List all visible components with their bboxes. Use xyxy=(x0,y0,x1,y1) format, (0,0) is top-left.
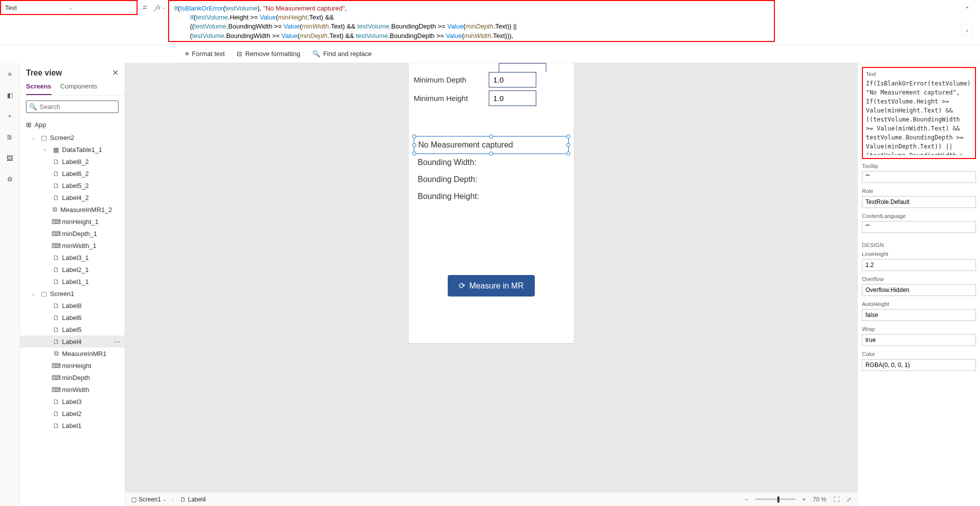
result-label[interactable]: No Measurement captured xyxy=(414,136,569,154)
prop-autoheight-label: AutoHeight xyxy=(862,301,976,307)
tree-node-Label8[interactable]: 🗋Label8⋯ xyxy=(20,300,125,312)
tree-node-Screen2[interactable]: ⌵▢Screen2⋯ xyxy=(20,132,125,144)
label-icon: 🗋 xyxy=(52,182,60,190)
prop-contentlang-input[interactable] xyxy=(862,221,976,233)
selection-handle[interactable] xyxy=(566,152,570,156)
selection-handle[interactable] xyxy=(412,143,416,147)
tree-node-minDepth[interactable]: ⌨minDepth⋯ xyxy=(20,372,125,384)
tree-node-Label2_1[interactable]: 🗋Label2_1⋯ xyxy=(20,264,125,276)
rail-media-icon[interactable]: 🖼 xyxy=(4,152,16,164)
tree-node-label: Label4_2 xyxy=(62,194,89,202)
tree-node-label: Label2_1 xyxy=(62,266,89,274)
chevron-icon: ⌵ xyxy=(32,291,38,296)
prop-color-input[interactable] xyxy=(862,359,976,371)
label-icon: 🗋 xyxy=(52,170,60,178)
prop-wrap-input[interactable] xyxy=(862,334,976,346)
tree-node-Label8_2[interactable]: 🗋Label8_2⋯ xyxy=(20,156,125,168)
rail-variables-icon[interactable]: ⚙ xyxy=(4,173,16,185)
tree-view-title: Tree view xyxy=(26,68,62,78)
tree-node-MeasureInMR1[interactable]: ⧉MeasureInMR1⋯ xyxy=(20,348,125,360)
label-icon: 🗋 xyxy=(52,410,60,418)
tree-node-MeasureInMR1_2[interactable]: ⧉MeasureInMR1_2⋯ xyxy=(20,204,125,216)
tree-node-minHeight[interactable]: ⌨minHeight⋯ xyxy=(20,360,125,372)
tab-screens[interactable]: Screens xyxy=(26,80,52,95)
component-icon: ⧉ xyxy=(52,350,60,358)
tree-close-icon[interactable]: ✕ xyxy=(112,68,119,78)
formula-collapse-icon[interactable]: ⌃ xyxy=(961,3,973,15)
selection-handle[interactable] xyxy=(566,134,570,138)
min-depth-input[interactable] xyxy=(489,72,536,88)
prop-lineheight-input[interactable] xyxy=(862,259,976,271)
tree-node-Label6[interactable]: 🗋Label6⋯ xyxy=(20,312,125,324)
formula-next-icon[interactable]: › xyxy=(961,24,973,36)
selection-handle[interactable] xyxy=(412,152,416,156)
tree-node-Label1[interactable]: 🗋Label1⋯ xyxy=(20,420,125,432)
tree-node-minWidth_1[interactable]: ⌨minWidth_1⋯ xyxy=(20,240,125,252)
prop-tooltip-label: Tooltip xyxy=(862,163,976,169)
tree-node-label: Label8 xyxy=(62,302,82,310)
chevron-icon: › xyxy=(44,147,50,152)
prop-text-value[interactable]: If(IsBlankOrError(testVolume), "No Measu… xyxy=(866,79,972,155)
min-height-input[interactable] xyxy=(489,90,536,106)
tree-search-input[interactable] xyxy=(26,100,119,113)
property-selector[interactable]: Text ⌵ xyxy=(0,0,138,15)
bounding-height-label: Bounding Height: xyxy=(414,188,569,205)
tree-node-label: Screen1 xyxy=(50,290,74,298)
fx-label[interactable]: 𝑓𝑥⌵ xyxy=(152,3,168,12)
fit-icon[interactable]: ⛶ xyxy=(833,496,839,503)
tree-node-minDepth_1[interactable]: ⌨minDepth_1⋯ xyxy=(20,228,125,240)
tree-node-Screen1[interactable]: ⌵▢Screen1⋯ xyxy=(20,288,125,300)
format-icon: ≡ xyxy=(185,50,189,58)
tree-app-node[interactable]: ⊞ App xyxy=(20,118,125,132)
zoom-slider[interactable] xyxy=(755,498,795,500)
zoom-value: 70 % xyxy=(813,496,826,503)
tree-node-minWidth[interactable]: ⌨minWidth⋯ xyxy=(20,384,125,396)
selection-handle[interactable] xyxy=(489,134,493,138)
tree-node-label: Screen2 xyxy=(50,134,74,142)
tree-node-DataTable1_1[interactable]: ›▦DataTable1_1⋯ xyxy=(20,144,125,156)
prop-lineheight-label: LineHeight xyxy=(862,251,976,257)
tree-node-Label3[interactable]: 🗋Label3⋯ xyxy=(20,396,125,408)
more-icon[interactable]: ⋯ xyxy=(114,338,121,346)
find-replace-action[interactable]: 🔍 Find and replace xyxy=(312,50,372,58)
tree-node-Label1_1[interactable]: 🗋Label1_1⋯ xyxy=(20,276,125,288)
measure-in-mr-button[interactable]: ⟳ Measure in MR xyxy=(448,275,534,296)
prop-autoheight-input[interactable] xyxy=(862,309,976,321)
tree-node-Label6_2[interactable]: 🗋Label6_2⋯ xyxy=(20,168,125,180)
selection-handle[interactable] xyxy=(412,134,416,138)
tree-node-label: Label3 xyxy=(62,398,82,406)
tree-node-Label3_1[interactable]: 🗋Label3_1⋯ xyxy=(20,252,125,264)
format-text-action[interactable]: ≡ Format text xyxy=(185,50,225,58)
breadcrumb-control[interactable]: 🗋 Label4 xyxy=(180,496,206,503)
tree-node-label: Label1_1 xyxy=(62,278,89,286)
rail-tree-icon[interactable]: ◧ xyxy=(4,89,16,101)
label-icon: 🗋 xyxy=(52,254,60,262)
prop-tooltip-input[interactable] xyxy=(862,171,976,183)
rail-hamburger-icon[interactable]: ≡ xyxy=(4,68,16,80)
tree-node-Label5_2[interactable]: 🗋Label5_2⋯ xyxy=(20,180,125,192)
breadcrumb-screen[interactable]: ▢ Screen1 ⌵ xyxy=(131,496,166,503)
selection-handle[interactable] xyxy=(566,143,570,147)
zoom-out-icon[interactable]: − xyxy=(745,496,748,503)
prop-role-label: Role xyxy=(862,188,976,194)
prop-color-label: Color xyxy=(862,351,976,357)
tree-node-Label2[interactable]: 🗋Label2⋯ xyxy=(20,408,125,420)
remove-formatting-action[interactable]: ⊟ Remove formatting xyxy=(237,50,300,58)
tab-components[interactable]: Components xyxy=(61,80,98,95)
chevron-down-icon: ⌵ xyxy=(69,5,133,10)
rail-data-icon[interactable]: 🗎 xyxy=(4,131,16,143)
tree-node-minHeight_1[interactable]: ⌨minHeight_1⋯ xyxy=(20,216,125,228)
prop-role-input[interactable] xyxy=(862,196,976,208)
tree-node-Label4_2[interactable]: 🗋Label4_2⋯ xyxy=(20,192,125,204)
selection-handle[interactable] xyxy=(489,152,493,156)
rail-insert-icon[interactable]: ＋ xyxy=(4,110,16,122)
fullscreen-icon[interactable]: ⤢ xyxy=(846,496,851,503)
formula-bar[interactable]: If(IsBlankOrError(testVolume), "No Measu… xyxy=(168,0,775,42)
screen-icon: ▢ xyxy=(131,496,137,503)
tree-node-Label4[interactable]: 🗋Label4⋯ xyxy=(20,336,125,348)
prop-overflow-input[interactable] xyxy=(862,284,976,296)
zoom-in-icon[interactable]: + xyxy=(802,496,806,503)
tree-node-label: MeasureInMR1_2 xyxy=(61,206,112,214)
tree-node-Label5[interactable]: 🗋Label5⋯ xyxy=(20,324,125,336)
canvas-device[interactable]: Minimum Depth Minimum Height No Measurem… xyxy=(409,63,574,343)
